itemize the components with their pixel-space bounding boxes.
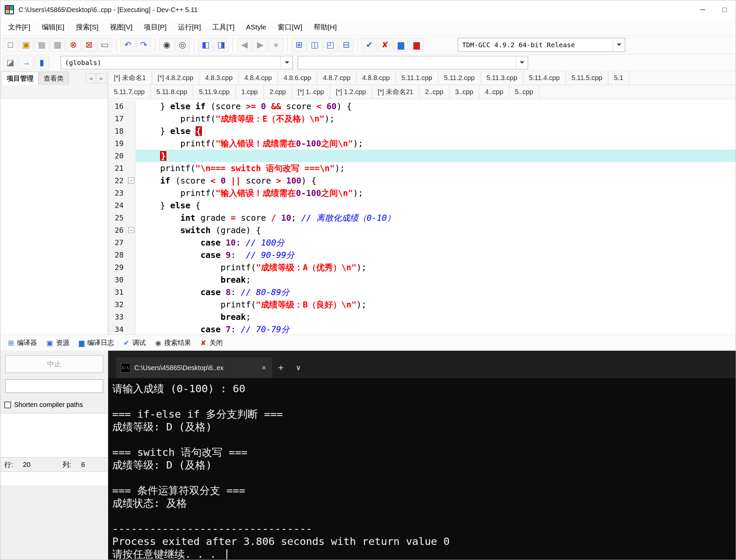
- back-button[interactable]: ◀: [237, 38, 252, 52]
- stop-execution-button[interactable]: ✘: [378, 38, 392, 52]
- tab-close[interactable]: ✘关闭: [196, 336, 227, 350]
- file-tab[interactable]: 4.8.8.cpp: [357, 71, 396, 85]
- file-tab[interactable]: 5.11.8.cpp: [151, 85, 193, 99]
- insert-button[interactable]: ◪: [3, 56, 18, 70]
- tab-resources[interactable]: ▣资源: [42, 336, 74, 350]
- goto-symbol-button[interactable]: ●: [269, 38, 283, 52]
- file-tab[interactable]: 5.11.9.cpp: [193, 85, 236, 99]
- file-tab[interactable]: 5.11.1.cpp: [396, 71, 438, 85]
- profile-button[interactable]: ▆: [393, 38, 408, 52]
- file-tab[interactable]: [*] 未命名1: [108, 71, 152, 85]
- minimize-button[interactable]: ─: [691, 0, 714, 19]
- tab-scroll-left-icon[interactable]: ◂: [86, 73, 96, 83]
- fold-collapse-icon[interactable]: −: [128, 227, 134, 233]
- menu-item-0[interactable]: 文件[F]: [2, 19, 36, 35]
- file-tab[interactable]: 4.8.4.cpp: [239, 71, 278, 85]
- file-tab[interactable]: 5.11.2.cpp: [438, 71, 481, 85]
- menu-item-3[interactable]: 视图[V]: [104, 19, 138, 35]
- tab-class-view[interactable]: 查看类: [39, 72, 69, 85]
- tab-project-manager[interactable]: 项目管理: [2, 72, 39, 85]
- file-tab-strip: [*] 未命名1[*] 4.8.2.cpp4.8.3.cpp4.8.4.cpp4…: [108, 71, 736, 99]
- undo-button[interactable]: ↶: [121, 38, 135, 52]
- open-file-button[interactable]: ▣: [19, 38, 33, 52]
- editor-line-32: 32 printf("成绩等级：B（良好）\n");: [108, 298, 736, 311]
- console-output[interactable]: 请输入成绩 (0-100) : 60 === if-else if 多分支判断 …: [108, 378, 736, 560]
- maximize-button[interactable]: □: [714, 0, 736, 19]
- tab-compiler[interactable]: ⊞编译器: [4, 336, 42, 350]
- save-all-button[interactable]: ▩: [50, 38, 65, 52]
- file-tab[interactable]: 5.11.5.cpp: [566, 71, 608, 85]
- globals-select[interactable]: (globals): [61, 56, 293, 69]
- tab-debug[interactable]: ✔调试: [119, 336, 150, 350]
- menu-item-8[interactable]: 窗口[W]: [272, 19, 308, 35]
- file-tab[interactable]: 5.1: [608, 71, 630, 85]
- file-tab[interactable]: [*] 1..cpp: [292, 85, 330, 99]
- toggle-bookmark-button[interactable]: →: [19, 56, 33, 70]
- menu-item-9[interactable]: 帮助[H]: [308, 19, 343, 35]
- menu-item-2[interactable]: 搜索[S]: [70, 19, 104, 35]
- fold-gutter: [127, 323, 136, 335]
- file-tab[interactable]: 4..cpp: [479, 85, 509, 99]
- new-file-button[interactable]: □: [3, 38, 18, 52]
- abort-button[interactable]: 中止: [5, 355, 103, 373]
- find-button[interactable]: ◉: [159, 38, 174, 52]
- file-tab[interactable]: 5..cpp: [509, 85, 539, 99]
- redo-button[interactable]: ↷: [136, 38, 151, 52]
- file-tab[interactable]: [*] 4.8.2.cpp: [152, 71, 200, 85]
- title-bar[interactable]: C:\Users\45865\Desktop\6..cpp - [Executi…: [0, 0, 736, 19]
- code-line: }: [136, 150, 736, 162]
- file-tab[interactable]: [*] 1.2.cpp: [330, 85, 372, 99]
- menu-item-4[interactable]: 项目[P]: [138, 19, 172, 35]
- goto-bookmark-button[interactable]: ▮: [34, 56, 49, 70]
- compile-button[interactable]: ⊞: [292, 38, 306, 52]
- menu-item-1[interactable]: 编辑[E]: [36, 19, 70, 35]
- terminal-tab-close-icon[interactable]: ×: [260, 363, 268, 372]
- terminal-dropdown-button[interactable]: ∨: [290, 357, 307, 378]
- file-tab[interactable]: 2..cpp: [419, 85, 449, 99]
- editor-status-row: 行: 20 列: 6: [0, 457, 108, 472]
- close-file-button[interactable]: ⊗: [66, 38, 81, 52]
- file-tab[interactable]: [*] 未命名21: [372, 85, 420, 99]
- terminal-tab[interactable]: C:\ C:\Users\45865\Desktop\6..ex ×: [116, 357, 272, 378]
- file-tab[interactable]: 2.cpp: [264, 85, 292, 99]
- run-button[interactable]: ◫: [307, 38, 322, 52]
- file-tab[interactable]: 4.8.6.cpp: [278, 71, 317, 85]
- terminal-new-tab-button[interactable]: +: [272, 357, 290, 378]
- tab-compiler-label: 编译器: [17, 338, 37, 347]
- file-tab[interactable]: 5.11.3.cpp: [481, 71, 523, 85]
- insert-snippet-button[interactable]: ◨: [214, 38, 229, 52]
- tab-compile-log[interactable]: ▆编译日志: [74, 336, 118, 350]
- file-tab[interactable]: 5.11.4.cpp: [523, 71, 566, 85]
- menu-item-5[interactable]: 运行[R]: [172, 19, 207, 35]
- file-tab[interactable]: 4.8.3.cpp: [199, 71, 238, 85]
- forward-button[interactable]: ▶: [253, 38, 268, 52]
- goto-function-button[interactable]: ◧: [198, 38, 213, 52]
- compiler-select[interactable]: TDM-GCC 4.9.2 64-bit Release: [458, 38, 625, 52]
- menu-item-7[interactable]: AStyle: [240, 19, 272, 35]
- fold-collapse-icon[interactable]: −: [128, 178, 134, 184]
- find-in-files-button[interactable]: ◎: [175, 38, 190, 52]
- delete-profiling-button[interactable]: ▆: [409, 38, 424, 52]
- save-button[interactable]: ▦: [34, 38, 49, 52]
- tab-scroll-right-icon[interactable]: ▸: [96, 73, 106, 83]
- file-tab[interactable]: 5.11.7.cpp: [108, 85, 151, 99]
- cmd-icon: C:\: [121, 363, 130, 372]
- code-editor[interactable]: 16 } else if (score >= 0 && score < 60) …: [108, 99, 736, 335]
- editor-line-20: 20 }: [108, 150, 736, 162]
- debug-button[interactable]: ✔: [362, 38, 377, 52]
- rebuild-button[interactable]: ⊟: [339, 38, 354, 52]
- print-button[interactable]: ▭: [97, 38, 112, 52]
- compile-log-list[interactable]: [0, 413, 108, 457]
- shorten-paths-checkbox[interactable]: [4, 402, 11, 408]
- file-tab[interactable]: 1.cpp: [236, 85, 264, 99]
- compile-run-button[interactable]: ◰: [323, 38, 338, 52]
- members-select[interactable]: [298, 56, 528, 69]
- file-tab[interactable]: 3..cpp: [449, 85, 479, 99]
- close-all-button[interactable]: ⊠: [82, 38, 96, 52]
- tab-search-results[interactable]: ◉搜索结果: [151, 336, 195, 350]
- menu-item-6[interactable]: 工具[T]: [207, 19, 240, 35]
- file-tab[interactable]: 4.8.7.cpp: [317, 71, 356, 85]
- line-number: 20: [108, 150, 127, 162]
- fold-gutter: [127, 100, 136, 113]
- project-panel[interactable]: [0, 99, 108, 335]
